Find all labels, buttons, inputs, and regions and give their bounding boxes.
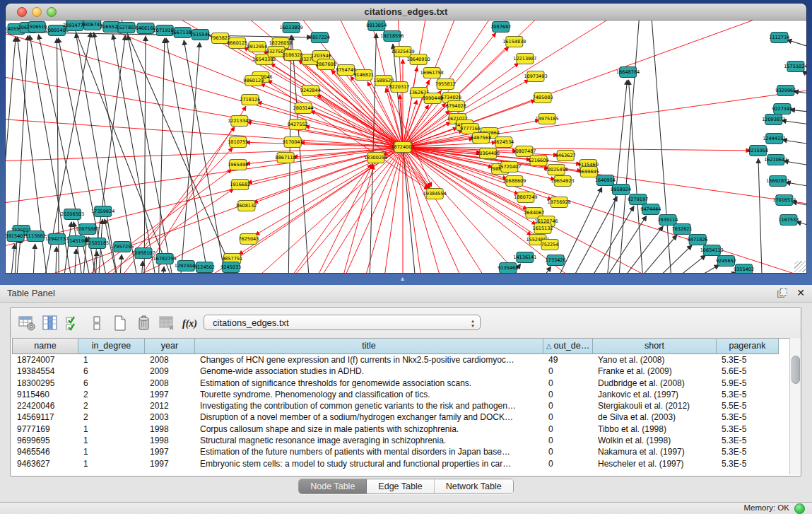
graph-node-label: 6734028 (441, 95, 461, 100)
graph-node-label: 15751024 (784, 64, 806, 69)
table-row[interactable]: 969969511998Structural magnetic resonanc… (12, 435, 789, 446)
graph-edge[interactable] (112, 21, 228, 260)
column-header-pagerank[interactable]: pagerank (717, 339, 779, 354)
graph-edge[interactable] (403, 147, 531, 235)
graph-node-label: 12505185 (86, 240, 109, 246)
show-columns-icon[interactable] (41, 314, 59, 332)
table-cell: 0 (543, 424, 593, 435)
column-header-short[interactable]: short (593, 339, 717, 354)
tab-network-table[interactable]: Network Table (435, 479, 513, 493)
graph-node-label: 10973493 (524, 74, 547, 79)
table-cell: 2003 (145, 411, 195, 423)
table-cell: 0 (543, 378, 593, 389)
table-mode-icon[interactable] (88, 314, 106, 332)
window-titlebar[interactable]: citations_edges.txt (6, 4, 806, 21)
delete-column-icon[interactable] (134, 314, 153, 332)
graph-edge[interactable] (162, 267, 164, 273)
resize-grip[interactable] (794, 261, 806, 272)
graph-edge[interactable] (663, 255, 706, 273)
table-selector-dropdown[interactable]: citations_edges.txt ▲▼ (204, 315, 481, 330)
column-header-title[interactable]: title (195, 339, 543, 354)
table-cell: Dudbridge et al. (2008) (593, 378, 717, 389)
graph-edge[interactable] (618, 21, 640, 273)
table-settings-icon[interactable] (18, 314, 36, 332)
column-header-year[interactable]: year (145, 339, 195, 354)
graph-edge[interactable] (10, 244, 15, 273)
graph-node-label: 16961758 (420, 70, 444, 76)
graph-edge[interactable] (311, 165, 372, 273)
graph-edge[interactable] (693, 272, 736, 273)
memory-status-label: Memory: OK (743, 503, 789, 512)
table-row[interactable]: 2242004622012Investigating the contribut… (12, 400, 789, 411)
graph-node-label: 18724007 (391, 144, 414, 150)
graph-edge[interactable] (113, 35, 158, 273)
graph-edge[interactable] (94, 33, 139, 273)
table-toolbar: f(x) citations_edges.txt ▲▼ (11, 308, 801, 338)
column-header-name[interactable]: name (12, 339, 78, 354)
graph-edge[interactable] (758, 158, 763, 273)
graph-edge[interactable] (33, 244, 35, 273)
graph-node-label: 14136141 (513, 255, 536, 260)
graph-edge[interactable] (281, 43, 429, 188)
table-cell: 0 (543, 446, 593, 457)
graph-edge[interactable] (584, 206, 634, 273)
graph-node-label: 17016514 (772, 197, 796, 203)
table-cell: 9115460 (12, 389, 78, 400)
graph-node-label: 8958924 (611, 187, 631, 192)
table-row[interactable]: 1938455462009Genome-wide association stu… (12, 366, 789, 377)
table-cell: 0 (543, 458, 593, 469)
splitter-handle[interactable]: ▴ (401, 275, 404, 282)
table-cell: 1998 (145, 424, 195, 435)
table-panel-body: f(x) citations_edges.txt ▲▼ namein_degre… (10, 307, 801, 477)
table-row[interactable]: 1456911722003Disruption of a novel membe… (12, 411, 789, 423)
table-row[interactable]: 946362711997Embryonic stem cells: a mode… (12, 458, 789, 469)
graph-edge[interactable] (651, 21, 672, 273)
memory-status-indicator (794, 503, 805, 514)
graph-edge[interactable] (6, 37, 16, 226)
graph-edge[interactable] (403, 147, 806, 273)
graph-edge[interactable] (340, 165, 374, 273)
tab-edge-table[interactable]: Edge Table (367, 479, 434, 493)
graph-node-label: 10688609 (502, 178, 526, 184)
graph-node-label: 12444151 (763, 136, 786, 141)
tab-node-table[interactable]: Node Table (299, 479, 367, 493)
graph-node-label: 18226058 (269, 40, 292, 46)
graph-edge[interactable] (261, 77, 428, 189)
network-canvas[interactable]: 1405571420631011506519208914062893477198… (6, 21, 806, 273)
table-scrollbar[interactable] (789, 338, 801, 474)
scrollbar-thumb[interactable] (792, 356, 800, 384)
graph-edge[interactable] (141, 261, 143, 273)
table-cell: 1 (78, 435, 145, 446)
table-cell: 9777169 (12, 424, 78, 435)
graph-edge[interactable] (292, 35, 310, 273)
table-row[interactable]: 1830029562008Estimation of significance … (12, 378, 789, 389)
graph-edge[interactable] (257, 102, 403, 147)
table-row[interactable]: 911546021997Tourette syndrome. Phenomeno… (12, 389, 789, 400)
table-row[interactable]: 977716911998Corpus callosum shape and si… (12, 424, 789, 435)
network-graph[interactable]: 1405571420631011506519208914062893477198… (6, 21, 806, 273)
graph-edge[interactable] (802, 71, 806, 80)
table-row[interactable]: 1872400712008Changes of HCN gene express… (12, 354, 789, 366)
table-cell: Changes of HCN gene expression and I(f) … (195, 354, 543, 366)
graph-edge[interactable] (628, 80, 643, 273)
graph-edge[interactable] (677, 265, 719, 273)
svg-text:f(x): f(x) (182, 318, 197, 329)
table-cell: 0 (543, 400, 593, 411)
delete-table-icon[interactable] (158, 314, 176, 332)
function-builder-icon[interactable]: f(x) (181, 314, 199, 332)
float-panel-icon[interactable] (777, 288, 787, 298)
create-column-icon[interactable] (111, 314, 129, 332)
table-cell: Yano et al. (2008) (593, 354, 717, 366)
select-columns-icon[interactable] (64, 314, 83, 332)
graph-edge[interactable] (55, 247, 57, 273)
graph-edge[interactable] (787, 40, 806, 49)
table-cell: 5.3E-5 (717, 389, 779, 400)
column-header-out_de[interactable]: △out_de… (543, 339, 593, 354)
table-row[interactable]: 946554611997Estimation of the future num… (12, 446, 789, 457)
graph-edge[interactable] (74, 249, 76, 273)
graph-edge[interactable] (535, 267, 551, 273)
graph-edge[interactable] (62, 222, 71, 273)
close-panel-icon[interactable]: ✕ (796, 287, 805, 298)
column-header-in_degree[interactable]: in_degree (78, 339, 145, 354)
table-cell: Nakamura et al. (1997) (593, 446, 717, 457)
